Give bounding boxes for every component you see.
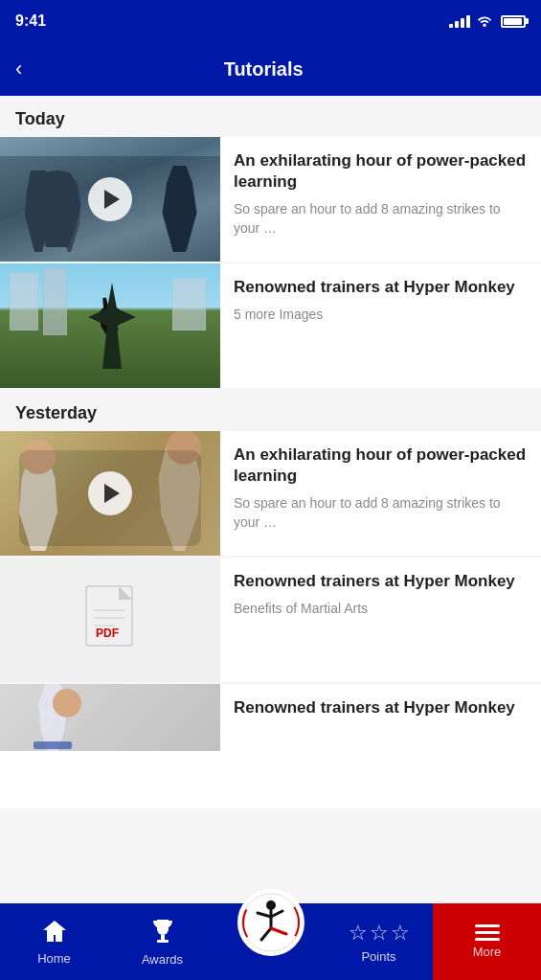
card-title-today-2: Renowned trainers at Hyper Monkey: [234, 277, 528, 298]
svg-rect-6: [161, 935, 165, 940]
wifi-icon: [476, 13, 493, 30]
content: Today An exhilarating hour of power-pack…: [0, 96, 541, 887]
pdf-icon: PDF: [77, 581, 144, 658]
thumbnail-yesterday-2: PDF: [0, 558, 220, 682]
signal-icon: [449, 15, 470, 28]
page-title: Tutorials: [30, 58, 497, 80]
card-subtitle-yesterday-1: So spare an hour to add 8 amazing strike…: [234, 494, 528, 532]
nav-more-label: More: [473, 945, 502, 959]
thumbnail-yesterday-1: [0, 431, 220, 556]
play-button-today-1[interactable]: [88, 177, 132, 221]
nav-points[interactable]: ☆ ☆ ☆ Points: [325, 903, 433, 980]
status-icons: [449, 13, 526, 30]
thumbnail-today-2: [0, 263, 220, 388]
card-yesterday-2[interactable]: PDF Renowned trainers at Hyper Monkey Be…: [0, 558, 541, 682]
logo-circle: [237, 889, 304, 956]
nav-more[interactable]: More: [433, 903, 541, 980]
section-today: Today: [0, 96, 541, 137]
svg-text:PDF: PDF: [96, 627, 119, 640]
card-today-2[interactable]: Renowned trainers at Hyper Monkey 5 more…: [0, 263, 541, 388]
svg-rect-7: [157, 940, 169, 943]
card-info-yesterday-3: Renowned trainers at Hyper Monkey: [220, 684, 541, 809]
bottom-nav: Home Awards: [0, 903, 541, 980]
card-subtitle-yesterday-2: Benefits of Martial Arts: [234, 600, 528, 619]
status-bar: 9:41: [0, 0, 541, 42]
play-button-yesterday-1[interactable]: [88, 471, 132, 515]
back-button[interactable]: ‹: [15, 57, 22, 81]
thumbnail-today-1: [0, 137, 220, 262]
header: ‹ Tutorials: [0, 42, 541, 96]
card-today-1[interactable]: An exhilarating hour of power-packed lea…: [0, 137, 541, 262]
home-icon: [41, 919, 68, 947]
card-title-yesterday-2: Renowned trainers at Hyper Monkey: [234, 571, 528, 592]
status-time: 9:41: [15, 12, 46, 30]
nav-home-label: Home: [37, 951, 71, 966]
nav-awards-label: Awards: [142, 952, 183, 967]
card-title-today-1: An exhilarating hour of power-packed lea…: [234, 150, 528, 193]
menu-icon: [475, 924, 500, 941]
nav-awards[interactable]: Awards: [108, 903, 216, 980]
card-info-yesterday-1: An exhilarating hour of power-packed lea…: [220, 431, 541, 556]
section-yesterday: Yesterday: [0, 390, 541, 431]
nav-logo[interactable]: [216, 903, 325, 980]
card-info-today-1: An exhilarating hour of power-packed lea…: [220, 137, 541, 262]
card-info-yesterday-2: Renowned trainers at Hyper Monkey Benefi…: [220, 558, 541, 682]
card-yesterday-1[interactable]: An exhilarating hour of power-packed lea…: [0, 431, 541, 556]
card-title-yesterday-3: Renowned trainers at Hyper Monkey: [234, 697, 528, 718]
nav-points-label: Points: [361, 949, 395, 964]
thumbnail-yesterday-3: [0, 684, 220, 751]
battery-icon: [501, 15, 526, 28]
card-subtitle-today-1: So spare an hour to add 8 amazing strike…: [234, 200, 528, 238]
nav-home[interactable]: Home: [0, 903, 108, 980]
card-subtitle-today-2: 5 more Images: [234, 306, 528, 325]
card-title-yesterday-1: An exhilarating hour of power-packed lea…: [234, 444, 528, 487]
card-info-today-2: Renowned trainers at Hyper Monkey 5 more…: [220, 263, 541, 388]
stars-icon: ☆ ☆ ☆: [349, 921, 410, 946]
card-yesterday-3[interactable]: Renowned trainers at Hyper Monkey: [0, 684, 541, 809]
trophy-icon: [149, 918, 176, 948]
